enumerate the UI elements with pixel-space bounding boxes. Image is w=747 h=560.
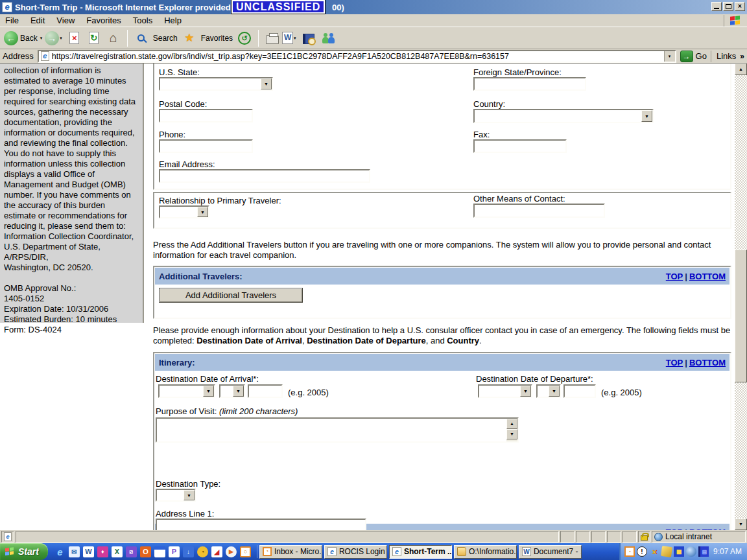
tray-badge-icon[interactable] xyxy=(661,546,672,557)
messenger-button[interactable] xyxy=(321,30,335,46)
scroll-up-icon[interactable]: ▲ xyxy=(735,64,747,75)
folder-icon xyxy=(457,547,466,556)
favorites-button[interactable]: ★ Favorites xyxy=(180,30,235,46)
publisher-icon[interactable]: P xyxy=(169,546,180,557)
restore-button[interactable] xyxy=(723,2,733,11)
edit-dropdown-icon[interactable]: ▾ xyxy=(294,36,296,41)
tray-network-icon[interactable] xyxy=(686,546,696,557)
menu-view[interactable]: View xyxy=(56,16,75,25)
country-select[interactable]: ▼ xyxy=(473,109,654,123)
other-means-field[interactable] xyxy=(473,204,605,218)
excel-icon[interactable]: X xyxy=(112,546,123,557)
close-button[interactable]: × xyxy=(735,2,745,11)
relationship-select[interactable]: ▼ xyxy=(159,205,209,218)
menu-file[interactable]: File xyxy=(5,16,19,25)
bottom-link[interactable]: BOTTOM xyxy=(689,272,726,281)
chevron-down-icon[interactable]: ▼ xyxy=(184,490,195,500)
mail-icon[interactable]: ✉ xyxy=(69,546,80,557)
ie-icon[interactable]: e xyxy=(54,546,65,557)
alarm-icon[interactable]: ◔ xyxy=(197,546,208,557)
departure-day-select[interactable]: ▼ xyxy=(536,384,561,398)
word-icon[interactable]: W xyxy=(83,546,94,557)
menu-tools[interactable]: Tools xyxy=(133,16,152,25)
chevron-down-icon[interactable]: ▼ xyxy=(641,110,652,122)
download-icon[interactable]: ↓ xyxy=(183,546,194,557)
scroll-down-icon[interactable]: ▼ xyxy=(735,519,747,530)
address-input[interactable]: e https://travelregistration.state.gov/i… xyxy=(38,50,676,63)
postal-code-label: Postal Code: xyxy=(159,99,207,109)
departure-year-field[interactable] xyxy=(563,384,596,398)
purpose-textarea[interactable]: ▲ ▼ xyxy=(156,417,519,443)
taskbar-button-rocis[interactable]: eROCIS Login ... xyxy=(324,545,387,559)
chevron-down-icon[interactable]: ▼ xyxy=(261,78,272,89)
search-button[interactable]: Search xyxy=(132,30,180,46)
departure-month-select[interactable]: ▼ xyxy=(478,384,532,398)
chevron-down-icon[interactable]: ▼ xyxy=(203,386,214,397)
menu-help[interactable]: Help xyxy=(164,16,182,25)
address-line1-field[interactable] xyxy=(156,519,366,530)
stop-button[interactable]: × xyxy=(67,30,82,46)
quick-launch-bar: e ✉ W ♦ X ⧄ O P ↓ ◔ ◢ ▶ ○ xyxy=(48,546,255,557)
go-button[interactable]: → Go xyxy=(680,51,707,62)
minimize-button[interactable] xyxy=(711,2,722,11)
clip-icon[interactable]: ◢ xyxy=(211,546,222,557)
photo-editor-icon[interactable]: ⧄ xyxy=(126,546,137,557)
top-link[interactable]: TOP xyxy=(666,358,683,368)
scrollbar-thumb[interactable] xyxy=(735,250,747,382)
bottom-link[interactable]: BOTTOM xyxy=(689,358,726,368)
links-chevron-icon[interactable]: » xyxy=(740,52,744,61)
destination-type-select[interactable]: ▼ xyxy=(156,489,196,502)
address-url[interactable]: https://travelregistration.state.gov/ibr… xyxy=(52,52,509,61)
textarea-scrollbar[interactable]: ▲ ▼ xyxy=(506,419,517,441)
back-dropdown-icon[interactable]: ▾ xyxy=(40,36,43,41)
menu-edit[interactable]: Edit xyxy=(30,16,45,25)
tray-key-icon[interactable]: × xyxy=(649,546,659,557)
research-button[interactable] xyxy=(302,30,316,46)
page-scrollbar[interactable]: ▲ ▼ xyxy=(735,64,747,530)
scroll-down-icon[interactable]: ▼ xyxy=(506,429,517,439)
us-state-select[interactable]: ▼ xyxy=(159,77,273,91)
top-link[interactable]: TOP xyxy=(666,528,683,531)
powerpoint-icon[interactable]: O xyxy=(140,546,151,557)
tray-book-icon[interactable]: ▤ xyxy=(698,546,709,557)
forward-button[interactable]: → ▾ xyxy=(45,31,65,45)
top-link[interactable]: TOP xyxy=(666,272,683,281)
arrival-month-select[interactable]: ▼ xyxy=(158,384,215,398)
home-button[interactable]: ⌂ xyxy=(106,30,121,46)
tray-alert-icon[interactable]: ! xyxy=(637,546,647,557)
chevron-down-icon[interactable]: ▼ xyxy=(233,386,244,397)
media-player-icon[interactable]: ▶ xyxy=(226,546,237,557)
refresh-button[interactable]: ↻ xyxy=(87,30,101,46)
edit-with-word-button[interactable]: W ▾ xyxy=(282,32,299,44)
scroll-up-icon[interactable]: ▲ xyxy=(506,419,517,429)
clock-icon[interactable]: ○ xyxy=(240,546,251,557)
history-button[interactable]: ↺ xyxy=(237,30,252,46)
arrival-year-field[interactable] xyxy=(248,384,283,398)
menu-favorites[interactable]: Favorites xyxy=(86,16,121,25)
postal-code-field[interactable] xyxy=(159,109,253,122)
arrival-day-select[interactable]: ▼ xyxy=(219,384,245,398)
key-icon[interactable]: ♦ xyxy=(97,546,108,557)
links-toolbar[interactable]: Links » xyxy=(711,51,744,62)
taskbar-button-document7[interactable]: WDocument7 - ... xyxy=(519,545,582,559)
tray-smartcard-icon[interactable]: ▦ xyxy=(674,546,684,557)
tray-clock-icon[interactable]: ◔ xyxy=(624,546,635,557)
bottom-link[interactable]: BOTTOM xyxy=(689,528,726,531)
start-button[interactable]: Start xyxy=(0,543,48,560)
back-button[interactable]: ← Back ▾ xyxy=(4,31,45,45)
window-icon[interactable] xyxy=(154,546,165,557)
forward-dropdown-icon[interactable]: ▾ xyxy=(60,36,62,41)
fax-field[interactable] xyxy=(473,139,567,153)
taskbar-button-folder[interactable]: O:\Informatio... xyxy=(454,545,517,559)
chevron-down-icon[interactable]: ▼ xyxy=(197,207,208,217)
taskbar-button-inbox[interactable]: ◔Inbox - Micro... xyxy=(259,545,322,559)
phone-field[interactable] xyxy=(159,139,253,153)
add-additional-travelers-button[interactable]: Add Additional Travelers xyxy=(159,288,303,303)
chevron-down-icon[interactable]: ▼ xyxy=(520,386,531,397)
chevron-down-icon[interactable]: ▼ xyxy=(549,386,560,397)
taskbar-button-short-term[interactable]: eShort-Term ... xyxy=(389,545,452,559)
email-field[interactable] xyxy=(159,169,370,183)
foreign-state-field[interactable] xyxy=(473,77,586,91)
address-dropdown-icon[interactable]: ▾ xyxy=(664,51,675,62)
print-button[interactable] xyxy=(265,30,279,46)
